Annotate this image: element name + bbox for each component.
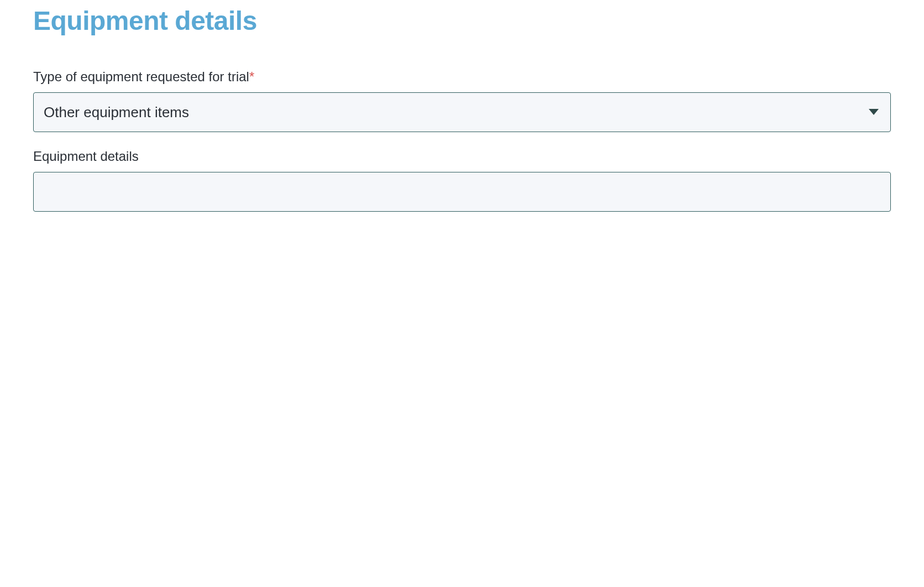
equipment-details-label: Equipment details bbox=[33, 149, 891, 164]
required-asterisk: * bbox=[249, 69, 254, 84]
equipment-type-group: Type of equipment requested for trial* O… bbox=[33, 69, 891, 132]
equipment-type-select[interactable]: Other equipment items bbox=[33, 92, 891, 132]
equipment-type-select-wrapper: Other equipment items bbox=[33, 92, 891, 132]
page-title: Equipment details bbox=[33, 6, 891, 36]
equipment-details-group: Equipment details bbox=[33, 149, 891, 212]
equipment-type-label-text: Type of equipment requested for trial bbox=[33, 69, 249, 84]
equipment-details-input[interactable] bbox=[33, 172, 891, 212]
equipment-type-label: Type of equipment requested for trial* bbox=[33, 69, 891, 85]
equipment-type-selected-value: Other equipment items bbox=[44, 104, 189, 121]
